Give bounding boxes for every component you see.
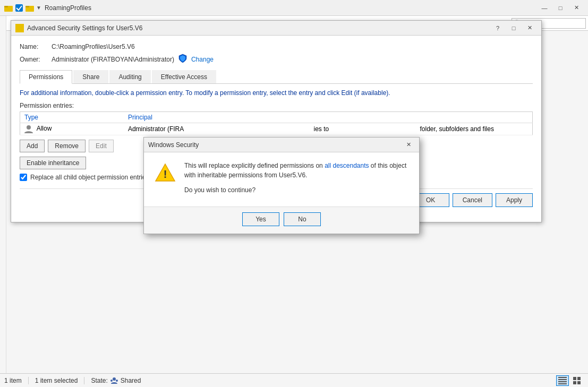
outer-window-controls: — □ ✕: [537, 3, 584, 13]
name-row: Name: C:\RoamingProfiles\User5.V6: [20, 43, 533, 50]
owner-value: Administrator (FIRATBOYAN\Administrator): [52, 56, 174, 63]
checkmark-icon: [15, 4, 23, 12]
edit-btn[interactable]: Edit: [89, 140, 114, 152]
svg-rect-4: [25, 6, 29, 7]
add-btn[interactable]: Add: [20, 140, 45, 152]
cell-user-icon: Allow: [20, 123, 124, 135]
adv-dialog-titlebar: Advanced Security Settings for User5.V6 …: [11, 21, 541, 36]
svg-point-10: [110, 380, 113, 382]
folder-icon: [4, 4, 13, 12]
permissions-info-text: For additional information, double-click…: [20, 89, 533, 97]
perm-entries-label: Permission entries:: [20, 102, 533, 109]
warning-icon-wrap: !: [155, 161, 176, 182]
tiles-view-icon[interactable]: [571, 375, 584, 386]
ws-footer: Yes No: [144, 207, 419, 234]
ws-message-link: all descendants: [325, 162, 369, 169]
item-selected: 1 item selected: [35, 377, 78, 384]
svg-rect-11: [558, 377, 567, 378]
folder2-icon: [25, 4, 34, 12]
change-link[interactable]: Change: [191, 56, 214, 63]
dropdown-arrow-icon: ▼: [36, 5, 41, 11]
status-separator-2: [84, 377, 84, 384]
owner-row: Owner: Administrator (FIRATBOYAN\Adminis…: [20, 54, 533, 65]
adv-dialog-title: Advanced Security Settings for User5.V6: [27, 24, 490, 32]
tabs-bar: Permissions Share Auditing Effective Acc…: [20, 70, 533, 84]
ws-no-btn[interactable]: No: [284, 212, 321, 226]
col-applies[interactable]: [310, 112, 416, 123]
details-view-icon[interactable]: [556, 375, 569, 386]
state-label: State:: [91, 377, 107, 384]
table-row[interactable]: Allow Administrator (FIRA ies to folder,…: [20, 123, 533, 135]
tab-auditing[interactable]: Auditing: [109, 70, 150, 83]
tab-permissions[interactable]: Permissions: [20, 70, 72, 84]
svg-rect-17: [573, 381, 576, 384]
svg-rect-12: [558, 379, 567, 380]
outer-minimize-btn[interactable]: —: [537, 3, 552, 13]
svg-point-9: [116, 380, 118, 382]
status-icons: [556, 375, 584, 386]
svg-rect-13: [558, 381, 567, 382]
svg-rect-15: [573, 377, 576, 380]
status-bar: 1 item 1 item selected State: Shared: [0, 373, 588, 387]
adv-dialog-close-btn[interactable]: ✕: [522, 23, 537, 33]
ws-message: This will replace explicitly defined per…: [184, 161, 408, 200]
adv-dialog-folder-icon: [15, 24, 24, 32]
status-separator-1: [28, 377, 29, 384]
cell-inherited: folder, subfolders and files: [416, 123, 533, 135]
ws-yes-btn[interactable]: Yes: [242, 212, 279, 226]
svg-rect-16: [577, 377, 581, 380]
shield-icon: [178, 54, 187, 65]
owner-label: Owner:: [20, 56, 52, 63]
item-count: 1 item: [4, 377, 22, 384]
svg-rect-14: [558, 383, 567, 384]
enable-inheritance-btn[interactable]: Enable inheritance: [20, 157, 86, 169]
outer-maximize-btn[interactable]: □: [553, 3, 568, 13]
ws-message-part1: This will replace explicitly defined per…: [184, 162, 325, 169]
cell-principal: Administrator (FIRA: [124, 123, 310, 135]
ws-body: ! This will replace explicitly defined p…: [144, 152, 419, 207]
apply-btn[interactable]: Apply: [496, 193, 533, 207]
shared-icon: [110, 376, 118, 385]
ws-title: Windows Security: [148, 141, 402, 149]
svg-point-8: [113, 377, 116, 381]
adv-dialog-win-controls: ? □ ✕: [490, 23, 537, 33]
replace-checkbox[interactable]: [20, 174, 27, 181]
col-principal[interactable]: Principal: [124, 112, 310, 123]
tab-effective-access[interactable]: Effective Access: [152, 70, 216, 83]
svg-rect-1: [4, 6, 8, 7]
state-value: Shared: [121, 377, 141, 384]
svg-rect-18: [577, 381, 581, 384]
svg-text:!: !: [164, 168, 167, 180]
cell-type: Allow: [37, 125, 52, 132]
outer-titlebar: ▼ RoamingProfiles — □ ✕: [0, 0, 588, 16]
adv-dialog-maximize-btn[interactable]: □: [506, 23, 521, 33]
svg-point-5: [27, 125, 31, 130]
outer-close-btn[interactable]: ✕: [569, 3, 584, 13]
remove-btn[interactable]: Remove: [48, 140, 86, 152]
cancel-btn[interactable]: Cancel: [453, 193, 492, 207]
col-inherited[interactable]: [416, 112, 533, 123]
name-label: Name:: [20, 43, 52, 50]
tab-share[interactable]: Share: [73, 70, 108, 83]
col-type[interactable]: Type: [20, 112, 124, 123]
ws-close-btn[interactable]: ✕: [402, 140, 415, 150]
perm-table: Type Principal A: [20, 111, 533, 135]
left-nav: [0, 16, 6, 387]
adv-dialog-help-btn[interactable]: ?: [490, 23, 505, 33]
outer-window-title: RoamingProfiles: [45, 4, 534, 12]
windows-security-dialog: Windows Security ✕ ! This will replace e…: [143, 137, 420, 234]
name-value: C:\RoamingProfiles\User5.V6: [52, 43, 135, 50]
ws-message-question: Do you wish to continue?: [184, 186, 255, 194]
toolbar-icons: ▼: [4, 4, 41, 12]
cell-applies-to: ies to: [310, 123, 416, 135]
ws-titlebar: Windows Security ✕: [144, 137, 419, 152]
